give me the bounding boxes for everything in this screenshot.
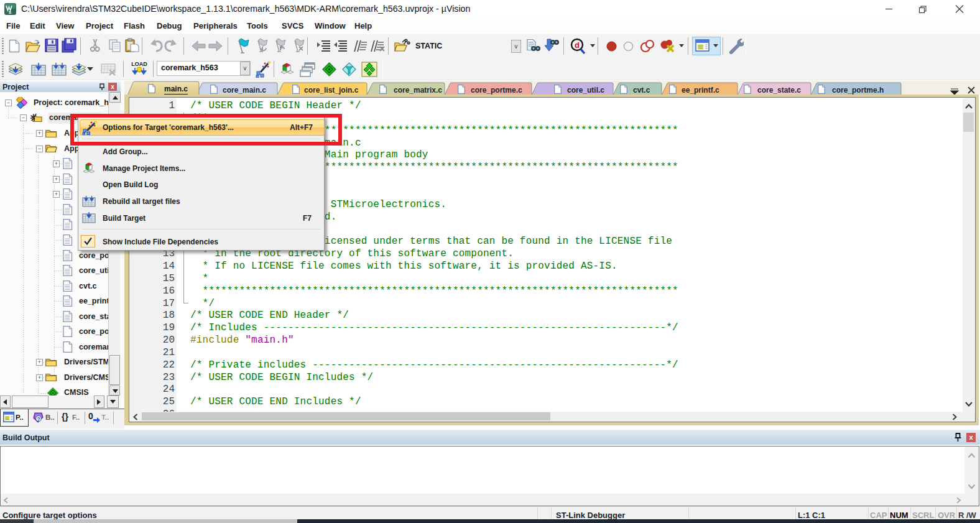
svg-text:d: d	[575, 40, 580, 50]
svg-text:LOAD: LOAD	[131, 61, 147, 67]
svg-text:?: ?	[37, 416, 40, 422]
svg-text:s: s	[9, 9, 12, 15]
